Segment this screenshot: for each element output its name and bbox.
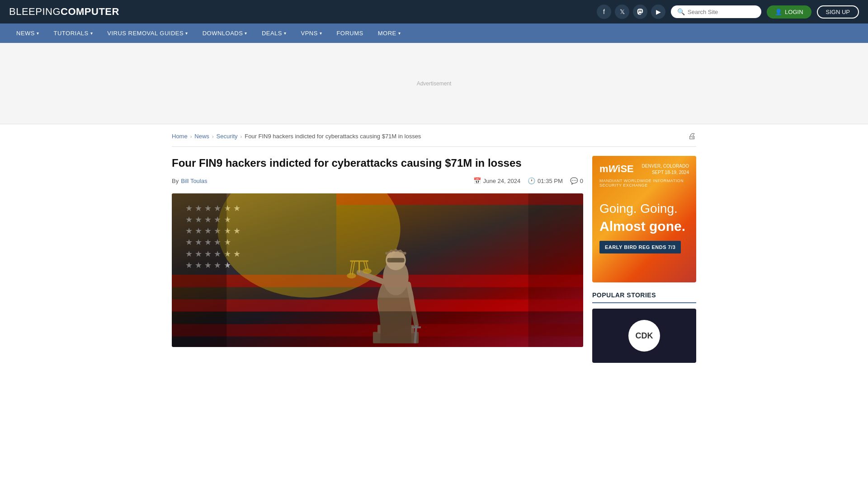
article-title: Four FIN9 hackers indicted for cyberatta… (172, 156, 583, 170)
svg-point-30 (347, 273, 356, 278)
nav-virus-removal[interactable]: VIRUS REMOVAL GUIDES ▾ (100, 23, 195, 43)
popular-story-card-1[interactable]: CDK (592, 309, 696, 363)
author-link[interactable]: Bill Toulas (181, 178, 207, 184)
date-text: June 24, 2024 (483, 178, 520, 184)
nav-downloads-arrow: ▾ (245, 31, 247, 36)
svg-rect-11 (172, 300, 583, 312)
nav-news-label: NEWS (16, 30, 35, 37)
header-right: f 𝕏 ▶ 🔍 👤 LOGIN SIGN UP (597, 5, 859, 19)
nav-more-label: MORE (378, 30, 396, 37)
clock-icon: 🕐 (528, 177, 535, 184)
nav-news-arrow: ▾ (37, 31, 39, 36)
search-icon: 🔍 (677, 8, 685, 15)
ad-subtitle: MANDIANT WORLDWIDE INFORMATION SECURITY … (599, 178, 689, 188)
svg-rect-39 (172, 311, 583, 347)
main-container: Home › News › Security › Four FIN9 hacke… (163, 124, 705, 372)
breadcrumb-sep-3: › (241, 134, 242, 139)
ad-logo: mWiSE (599, 163, 634, 175)
breadcrumb: Home › News › Security › Four FIN9 hacke… (172, 124, 696, 147)
article-meta: By Bill Toulas 📅 June 24, 2024 🕐 01:35 P… (172, 177, 583, 184)
print-icon[interactable]: 🖨 (688, 131, 696, 141)
nav-more[interactable]: MORE ▾ (371, 23, 408, 43)
nav-more-arrow: ▾ (398, 31, 401, 36)
time-text: 01:35 PM (538, 178, 563, 184)
login-button[interactable]: 👤 LOGIN (767, 5, 811, 19)
svg-point-21 (394, 249, 397, 252)
ad-date: SEPT 18-19, 2024 (642, 169, 689, 176)
svg-point-20 (390, 250, 392, 253)
logo-bold: COMPUTER (61, 6, 119, 17)
nav-tutorials-arrow: ▾ (90, 31, 93, 36)
signup-button[interactable]: SIGN UP (817, 5, 859, 19)
nav-tutorials[interactable]: TUTORIALS ▾ (47, 23, 100, 43)
cdk-logo: CDK (628, 320, 660, 352)
nav-virus-arrow: ▾ (185, 31, 188, 36)
article-hero-image: ★ ★ ★ ★ ★ ★ ★ ★ ★ ★ ★ ★ ★ ★ ★ ★ ★ ★ ★ ★ … (172, 193, 583, 347)
ad-location: DENVER, COLORADO (642, 163, 689, 169)
article-sidebar: mWiSE DENVER, COLORADO SEPT 18-19, 2024 … (592, 156, 696, 363)
mastodon-icon[interactable] (633, 5, 647, 19)
search-input[interactable] (688, 9, 755, 15)
svg-point-23 (404, 252, 406, 255)
author-prefix: By (172, 178, 179, 184)
nav-vpns-label: VPNS (301, 30, 318, 37)
youtube-icon[interactable]: ▶ (651, 5, 665, 19)
svg-point-19 (385, 252, 388, 255)
comment-icon: 💬 (570, 177, 578, 184)
nav-vpns[interactable]: VPNS ▾ (294, 23, 330, 43)
facebook-icon[interactable]: f (597, 5, 611, 19)
ad-tagline-2: Almost gone. (599, 218, 689, 235)
popular-stories: POPULAR STORIES CDK (592, 291, 696, 363)
nav-virus-label: VIRUS REMOVAL GUIDES (107, 30, 184, 37)
article-meta-right: 📅 June 24, 2024 🕐 01:35 PM 💬 0 (473, 177, 583, 184)
nav-vpns-arrow: ▾ (320, 31, 322, 36)
nav-deals[interactable]: DEALS ▾ (255, 23, 294, 43)
main-nav: NEWS ▾ TUTORIALS ▾ VIRUS REMOVAL GUIDES … (0, 23, 868, 43)
logo-text: BLEEPING (9, 6, 61, 17)
user-icon: 👤 (775, 9, 782, 15)
nav-tutorials-label: TUTORIALS (54, 30, 89, 37)
article-date: 📅 June 24, 2024 (473, 177, 520, 184)
article-comments[interactable]: 💬 0 (570, 177, 583, 184)
article-time: 🕐 01:35 PM (528, 177, 563, 184)
cdk-logo-text: CDK (636, 331, 653, 341)
nav-downloads[interactable]: DOWNLOADS ▾ (195, 23, 255, 43)
breadcrumb-sep-1: › (190, 134, 192, 139)
social-icons: f 𝕏 ▶ (597, 5, 665, 19)
breadcrumb-actions: 🖨 (688, 131, 696, 141)
signup-label: SIGN UP (826, 9, 850, 15)
nav-downloads-label: DOWNLOADS (203, 30, 243, 37)
nav-deals-label: DEALS (262, 30, 282, 37)
nav-forums-label: FORUMS (336, 30, 363, 37)
search-box[interactable]: 🔍 (671, 5, 761, 18)
twitter-icon[interactable]: 𝕏 (615, 5, 629, 19)
svg-point-22 (399, 250, 402, 253)
site-header: BLEEPINGCOMPUTER f 𝕏 ▶ 🔍 👤 LOGIN SIGN UP (0, 0, 868, 23)
comments-count: 0 (580, 178, 583, 184)
article-meta-left: By Bill Toulas (172, 178, 207, 184)
calendar-icon: 📅 (473, 177, 481, 184)
nav-news[interactable]: NEWS ▾ (9, 23, 47, 43)
ad-banner: Advertisement (0, 43, 868, 124)
ad-banner-label: Advertisement (417, 80, 452, 87)
article-main: Four FIN9 hackers indicted for cyberatta… (172, 156, 583, 363)
breadcrumb-security[interactable]: Security (217, 133, 238, 140)
nav-deals-arrow: ▾ (284, 31, 287, 36)
login-label: LOGIN (785, 9, 803, 15)
popular-stories-title: POPULAR STORIES (592, 291, 696, 303)
article-layout: Four FIN9 hackers indicted for cyberatta… (172, 147, 696, 372)
breadcrumb-current: Four FIN9 hackers indicted for cyberatta… (245, 133, 421, 140)
nav-forums[interactable]: FORUMS (329, 23, 370, 43)
breadcrumb-news[interactable]: News (194, 133, 209, 140)
svg-rect-24 (387, 258, 404, 263)
site-logo[interactable]: BLEEPINGCOMPUTER (9, 6, 119, 18)
ad-tagline-2-strong: Almost gone. (599, 219, 685, 234)
breadcrumb-sep-2: › (212, 134, 214, 139)
svg-point-33 (363, 268, 372, 274)
breadcrumb-home[interactable]: Home (172, 133, 188, 140)
sidebar-ad: mWiSE DENVER, COLORADO SEPT 18-19, 2024 … (592, 156, 696, 282)
ad-tagline-1: Going. Going. (599, 201, 689, 216)
ad-cta-button[interactable]: EARLY BIRD REG ENDS 7/3 (599, 241, 681, 253)
